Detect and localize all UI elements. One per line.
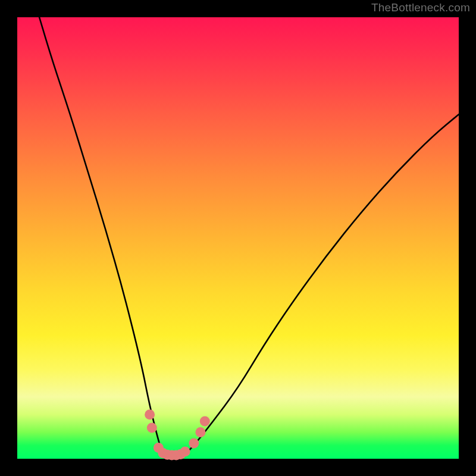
plot-gradient-area [17,17,459,459]
watermark-text: TheBottleneck.com [371,1,470,14]
outer-frame: TheBottleneck.com [0,0,476,476]
